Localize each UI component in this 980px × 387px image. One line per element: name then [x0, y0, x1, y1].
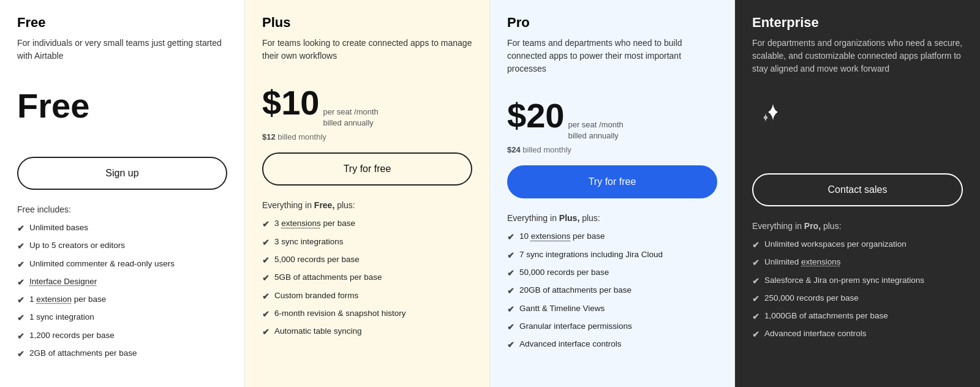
check-icon: ✔ [17, 348, 24, 360]
check-icon: ✔ [17, 258, 24, 271]
list-item: ✔20GB of attachments per base [507, 284, 717, 297]
plan-free-name: Free [17, 15, 227, 31]
plan-plus-price-monthly: $12 billed monthly [262, 132, 472, 141]
plan-plus-description: For teams looking to create connected ap… [262, 37, 472, 62]
plan-pro: Pro For teams and departments who need t… [490, 0, 735, 387]
plan-enterprise: Enterprise For departments and organizat… [735, 0, 980, 387]
list-item: ✔Advanced interface controls [752, 328, 963, 340]
list-item: ✔3 sync integrations [262, 236, 472, 249]
plan-plus-includes: Everything in Free, plus: [262, 200, 472, 210]
check-icon: ✔ [752, 257, 760, 269]
plan-pro-price-large: $20 [507, 99, 564, 133]
check-icon: ✔ [507, 303, 514, 315]
list-item: ✔Automatic table syncing [262, 325, 472, 338]
check-icon: ✔ [262, 308, 270, 320]
list-item: ✔10 extensions per base [507, 230, 717, 243]
check-icon: ✔ [507, 249, 514, 261]
plan-pro-cta[interactable]: Try for free [507, 165, 717, 198]
check-icon: ✔ [262, 272, 270, 284]
list-item: ✔7 sync integrations including Jira Clou… [507, 249, 717, 261]
list-item: ✔Granular interface permissions [507, 320, 717, 333]
plan-plus-name: Plus [262, 15, 472, 31]
list-item: ✔Custom branded forms [262, 290, 472, 302]
check-icon: ✔ [752, 293, 760, 305]
plan-enterprise-name: Enterprise [752, 15, 963, 31]
list-item: ✔250,000 records per base [752, 292, 963, 305]
list-item: ✔1 extension per base [17, 293, 227, 306]
plan-free-includes: Free includes: [17, 205, 227, 214]
list-item: ✔Up to 5 creators or editors [17, 239, 227, 252]
check-icon: ✔ [262, 326, 270, 338]
plan-enterprise-cta[interactable]: Contact sales [752, 173, 963, 206]
list-item: ✔Unlimited commenter & read-only users [17, 258, 227, 271]
list-item: ✔6-month revision & snapshot history [262, 307, 472, 320]
list-item: ✔Unlimited workspaces per organization [752, 238, 963, 251]
list-item: ✔1,000GB of attachments per base [752, 310, 963, 323]
check-icon: ✔ [262, 254, 270, 266]
plan-enterprise-includes: Everything in Pro, plus: [752, 221, 963, 231]
list-item: ✔3 extensions per base [262, 217, 472, 230]
plan-plus: Plus For teams looking to create connect… [245, 0, 490, 387]
list-item: ✔5,000 records per base [262, 254, 472, 266]
check-icon: ✔ [17, 240, 24, 252]
check-icon: ✔ [17, 330, 24, 342]
pricing-grid: Free For individuals or very small teams… [0, 0, 980, 387]
list-item: ✔1 sync integration [17, 311, 227, 324]
list-item: ✔Salesforce & Jira on-prem sync integrat… [752, 274, 963, 287]
list-item: ✔50,000 records per base [507, 266, 717, 279]
check-icon: ✔ [752, 239, 760, 251]
plan-enterprise-features: ✔Unlimited workspaces per organization ✔… [752, 238, 963, 341]
plan-pro-includes: Everything in Plus, plus: [507, 213, 717, 223]
check-icon: ✔ [507, 321, 514, 333]
check-icon: ✔ [507, 285, 514, 297]
plan-pro-price-monthly: $24 billed monthly [507, 145, 717, 154]
check-icon: ✔ [262, 236, 270, 249]
check-icon: ✔ [262, 218, 270, 230]
check-icon: ✔ [752, 328, 760, 340]
list-item: ✔1,200 records per base [17, 329, 227, 342]
list-item: ✔Unlimited extensions [752, 256, 963, 269]
plan-free: Free For individuals or very small teams… [0, 0, 245, 387]
plan-plus-price-details: per seat /monthbilled annually [323, 107, 378, 129]
plan-pro-features: ✔10 extensions per base ✔7 sync integrat… [507, 230, 717, 351]
plan-free-cta[interactable]: Sign up [17, 157, 227, 190]
check-icon: ✔ [752, 275, 760, 287]
plan-plus-price-large: $10 [262, 86, 319, 120]
plan-pro-description: For teams and departments who need to bu… [507, 37, 717, 75]
list-item: ✔2GB of attachments per base [17, 347, 227, 360]
plan-plus-cta[interactable]: Try for free [262, 152, 472, 186]
check-icon: ✔ [262, 290, 270, 302]
check-icon: ✔ [17, 276, 24, 288]
sparkle-icon [752, 99, 963, 142]
plan-pro-price-details: per seat /monthbilled annually [568, 119, 623, 141]
list-item: ✔Advanced interface controls [507, 338, 717, 351]
plan-plus-features: ✔3 extensions per base ✔3 sync integrati… [262, 217, 472, 338]
plan-pro-name: Pro [507, 15, 717, 31]
check-icon: ✔ [17, 222, 24, 235]
plan-free-price-display: Free [17, 86, 227, 126]
list-item: ✔Interface Designer [17, 276, 227, 288]
list-item: ✔5GB of attachments per base [262, 271, 472, 284]
check-icon: ✔ [752, 310, 760, 323]
check-icon: ✔ [507, 339, 514, 351]
check-icon: ✔ [17, 312, 24, 324]
check-icon: ✔ [507, 231, 514, 243]
list-item: ✔Gantt & Timeline Views [507, 302, 717, 315]
check-icon: ✔ [507, 267, 514, 279]
plan-free-description: For individuals or very small teams just… [17, 37, 227, 62]
plan-free-features: ✔Unlimited bases ✔Up to 5 creators or ed… [17, 222, 227, 360]
plan-plus-price-section: $10 per seat /monthbilled annually [262, 86, 472, 129]
plan-enterprise-description: For departments and organizations who ne… [752, 37, 963, 75]
list-item: ✔Unlimited bases [17, 222, 227, 235]
check-icon: ✔ [17, 294, 24, 306]
plan-pro-price-section: $20 per seat /monthbilled annually [507, 99, 717, 141]
